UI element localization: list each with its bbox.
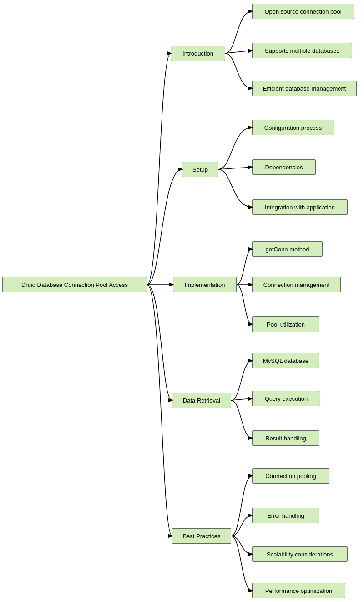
scalability-label: Scalability considerations [267, 551, 333, 558]
conn-pool-label: Connection pooling [265, 473, 316, 480]
perf-opt-node: Performance optimization [252, 583, 345, 598]
introduction-node: Introduction [171, 46, 225, 61]
dependencies-label: Dependencies [265, 164, 303, 171]
best-practices-node: Best Practices [172, 528, 231, 544]
conn-mgmt-label: Connection management [263, 281, 329, 288]
implementation-node: Implementation [173, 277, 237, 292]
error-handling-node: Error handling [252, 508, 319, 523]
query-exec-node: Query execution [252, 391, 320, 406]
best-practices-label: Best Practices [182, 533, 220, 540]
result-handling-node: Result handling [252, 430, 319, 446]
efficient-db-node: Efficient database management [252, 81, 357, 96]
mysql-db-label: MySQL database [263, 357, 308, 364]
supports-multiple-label: Supports multiple databases [265, 47, 339, 54]
implementation-label: Implementation [185, 281, 225, 288]
result-handling-label: Result handling [265, 435, 306, 442]
pool-util-label: Pool utilization [267, 321, 305, 328]
pool-util-node: Pool utilization [252, 316, 319, 332]
integration-node: Integration with application [252, 199, 348, 215]
integration-label: Integration with application [265, 204, 335, 211]
setup-node: Setup [182, 162, 218, 177]
supports-multiple-node: Supports multiple databases [252, 43, 352, 58]
data-retrieval-node: Data Retrieval [172, 393, 231, 408]
perf-opt-label: Performance optimization [265, 587, 332, 594]
conn-pool-node: Connection pooling [252, 468, 329, 484]
get-conn-label: getConn method [265, 246, 309, 253]
scalability-node: Scalability considerations [252, 546, 348, 562]
setup-label: Setup [192, 166, 208, 173]
open-source-label: Open source connection pool [264, 8, 341, 15]
introduction-label: Introduction [182, 50, 213, 57]
data-retrieval-label: Data Retrieval [183, 397, 220, 404]
config-process-label: Configuration process [264, 124, 322, 131]
get-conn-node: getConn method [252, 241, 323, 257]
efficient-db-label: Efficient database management [263, 85, 346, 92]
error-handling-label: Error handling [267, 512, 304, 519]
config-process-node: Configuration process [252, 120, 334, 135]
query-exec-label: Query execution [265, 395, 308, 402]
root-label: Druid Database Connection Pool Access [21, 281, 128, 288]
open-source-node: Open source connection pool [252, 4, 354, 19]
conn-mgmt-node: Connection management [252, 277, 341, 292]
dependencies-node: Dependencies [252, 159, 316, 175]
root-node: Druid Database Connection Pool Access [2, 277, 147, 292]
mysql-db-node: MySQL database [252, 353, 319, 368]
